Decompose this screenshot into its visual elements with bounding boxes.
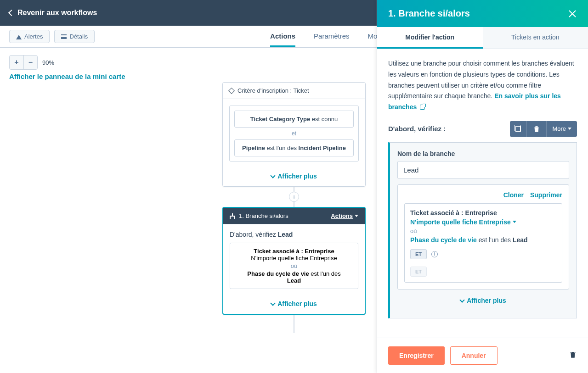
branch-name-label: Nom de la branche [397,150,569,157]
chevron-down-icon [271,173,276,178]
delete-criteria-link[interactable]: Supprimer [530,191,562,199]
show-more-label: Afficher plus [277,173,317,180]
chevron-down-icon [460,297,465,302]
assoc-label: Ticket associé à : Entreprise [254,248,334,255]
show-more-label: Afficher plus [467,297,506,304]
back-label: Revenir aux workflows [17,9,97,17]
more-dropdown[interactable]: More [546,121,577,137]
info-icon[interactable]: i [431,251,438,257]
alerts-label: Alertes [24,33,43,40]
where-label: où [235,262,353,269]
condition-category-type: Ticket Category Type est connu [234,111,354,128]
zoom-in-button[interactable]: + [10,56,23,69]
and-chip-disabled: ET [410,267,427,277]
show-more-label: Afficher plus [277,300,317,307]
panel-tab-edit[interactable]: Modifier l'action [377,27,483,49]
details-button[interactable]: Détails [54,30,95,43]
tab-parametres[interactable]: Paramètres [314,27,350,47]
any-company-label: N'importe quelle fiche Entreprise [235,255,353,262]
chevron-left-icon [8,10,15,16]
branch-toolbar: More [510,121,577,137]
action-editor-panel: 1. Branche si/alors Modifier l'action Ti… [377,0,588,373]
branch-name-input[interactable] [397,161,569,179]
where-label: où [410,228,556,234]
delete-action-button[interactable] [569,351,577,361]
more-label: More [552,125,566,132]
trash-icon [532,125,541,133]
alerts-button[interactable]: Alertes [9,30,50,43]
zoom-out-button[interactable]: − [23,56,37,69]
branch-icon [230,213,235,219]
lifecycle-link[interactable]: Phase du cycle de vie [410,236,477,244]
node-header-label: Critère d'inscription : Ticket [237,87,309,94]
chevron-down-icon [271,301,276,306]
branch-node[interactable]: 1. Branche si/alors Actions D'abord, vér… [222,207,366,315]
close-panel-button[interactable] [568,9,577,18]
show-more-node1[interactable]: Afficher plus [223,168,365,186]
copy-icon [515,126,521,132]
cancel-button[interactable]: Annuler [450,346,498,365]
tab-actions[interactable]: Actions [270,27,295,47]
details-label: Détails [69,33,88,40]
back-to-workflows[interactable]: Revenir aux workflows [9,9,97,17]
enrollment-trigger-node[interactable]: Critère d'inscription : Ticket Ticket Ca… [222,82,366,187]
panel-tab-tickets[interactable]: Tickets en action [483,27,588,49]
show-more-panel[interactable]: Afficher plus [397,289,569,311]
condition-pipeline: Pipeline est l'un des Incident Pipeline [234,139,354,156]
zoom-controls: + − [9,55,38,70]
crit-assoc: Ticket associé à : Entreprise [410,209,556,217]
criteria-block: Ticket associé à : Entreprise N'importe … [404,203,562,283]
copy-branch-button[interactable] [510,121,526,137]
panel-title: 1. Branche si/alors [388,8,470,19]
caret-down-icon [355,215,358,217]
node-header: Critère d'inscription : Ticket [223,83,365,99]
show-more-node2[interactable]: Afficher plus [223,295,365,314]
trash-icon [569,351,577,359]
lifecycle-value: Lead [287,277,301,284]
add-action-button[interactable]: + [289,192,299,202]
zoom-percent: 90% [42,59,54,66]
branch-header-label: 1. Branche si/alors [239,212,288,219]
lifecycle-row: Phase du cycle de vie est l'un des Lead [410,236,556,244]
branch-card: Nom de la branche Cloner Supprimer Ticke… [388,142,577,318]
any-company-dropdown[interactable]: N'importe quelle fiche Entreprise [410,218,556,226]
first-check-text: D'abord, vérifiez Lead [230,231,358,238]
and-label: et [234,128,354,139]
clone-criteria-link[interactable]: Cloner [503,191,524,199]
warning-icon [16,34,22,39]
list-icon [61,34,67,39]
external-link-icon [420,105,425,110]
actions-label: Actions [331,212,353,219]
save-button[interactable]: Enregistrer [388,346,445,365]
panel-description: Utilisez une branche pour choisir commen… [388,58,577,113]
caret-down-icon [568,128,571,130]
delete-branch-button[interactable] [526,121,546,137]
verify-first-label: D'abord, vérifiez : [388,125,446,133]
trigger-icon [228,87,235,94]
node-actions-dropdown[interactable]: Actions [331,212,358,219]
and-chip[interactable]: ET [410,249,427,259]
caret-down-icon [513,221,516,223]
